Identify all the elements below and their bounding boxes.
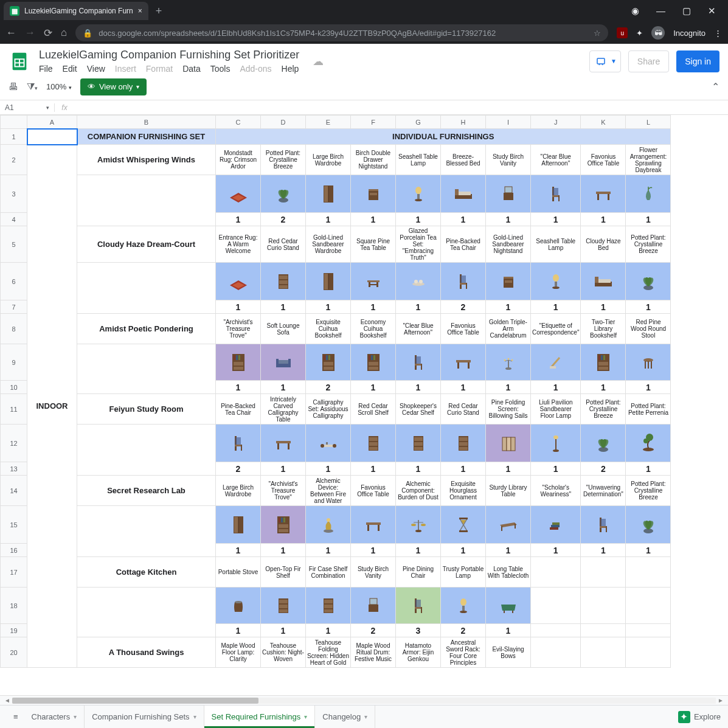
quantity-cell[interactable]: 1	[261, 381, 306, 394]
furnishing-thumbnail[interactable]	[626, 344, 671, 381]
column-header[interactable]: G	[396, 116, 441, 129]
row-header[interactable]: 6	[1, 263, 27, 300]
item-name-cell[interactable]: Sturdy Library Table	[486, 476, 531, 506]
chrome-account-icon[interactable]: ◉	[631, 5, 639, 16]
column-header[interactable]: E	[306, 116, 351, 129]
item-name-cell[interactable]: Shopkeeper's Cedar Shelf	[396, 394, 441, 425]
item-name-cell[interactable]: Seashell Table Lamp	[531, 226, 581, 263]
quantity-cell[interactable]: 1	[531, 213, 581, 226]
quantity-cell[interactable]: 1	[626, 381, 671, 394]
furnishing-thumbnail[interactable]	[306, 175, 351, 213]
item-name-cell[interactable]: Intricately Carved Calligraphy Table	[261, 394, 306, 425]
row-header[interactable]: 2	[1, 145, 27, 175]
quantity-cell[interactable]: 1	[351, 381, 396, 394]
quantity-cell[interactable]: 1	[581, 213, 626, 226]
room-preview[interactable]	[77, 344, 216, 394]
item-name-cell[interactable]: Hatamoto Armor: Eijin Genkou	[396, 637, 441, 668]
item-name-cell[interactable]: Alchemic Device: Between Fire and Water	[306, 476, 351, 506]
quantity-cell[interactable]: 1	[261, 462, 306, 476]
set-name-cell[interactable]: Feiyun Study Room	[77, 394, 216, 425]
furnishing-thumbnail[interactable]	[486, 506, 531, 544]
window-maximize-icon[interactable]: ▢	[682, 5, 691, 16]
quantity-cell[interactable]: 1	[486, 544, 531, 557]
item-name-cell[interactable]: "Unwavering Determination"	[581, 476, 626, 506]
cell[interactable]	[27, 129, 77, 145]
name-box[interactable]: A1 ▾	[0, 103, 55, 112]
row-header[interactable]: 16	[1, 544, 27, 557]
quantity-cell[interactable]: 1	[351, 300, 396, 314]
row-header[interactable]: 1	[1, 129, 27, 145]
item-name-cell[interactable]: Flower Arrangement: Sprawling Daybreak	[626, 145, 671, 175]
quantity-cell[interactable]: 1	[626, 462, 671, 476]
item-name-cell[interactable]: Open-Top Fir Shelf	[261, 557, 306, 588]
furnishing-thumbnail[interactable]	[261, 506, 306, 544]
collapse-toolbar-icon[interactable]: ⌃	[712, 81, 719, 92]
zoom-level[interactable]: 100% ▾	[46, 82, 72, 91]
quantity-cell[interactable]: 1	[216, 544, 261, 557]
room-preview[interactable]	[77, 175, 216, 226]
item-name-cell[interactable]: Maple Wood Floor Lamp: Clarity	[216, 637, 261, 668]
item-name-cell[interactable]: Birch Double Drawer Nightstand	[351, 145, 396, 175]
furnishing-thumbnail[interactable]	[441, 344, 486, 381]
item-name-cell[interactable]	[531, 557, 581, 588]
row-header[interactable]: 10	[1, 381, 27, 394]
item-name-cell[interactable]: Potted Plant: Crystalline Breeze	[581, 394, 626, 425]
furnishing-thumbnail[interactable]	[351, 344, 396, 381]
item-name-cell[interactable]: Golden Triple-Arm Candelabrum	[486, 314, 531, 344]
column-header[interactable]: C	[216, 116, 261, 129]
item-name-cell[interactable]: Maple Wood Ritual Drum: Festive Music	[351, 637, 396, 668]
furnishing-thumbnail[interactable]	[216, 344, 261, 381]
furnishing-thumbnail[interactable]	[626, 175, 671, 213]
print-icon[interactable]: 🖶	[9, 81, 18, 92]
item-name-cell[interactable]	[531, 637, 581, 668]
item-name-cell[interactable]: "Archivist's Treasure Trove"	[261, 476, 306, 506]
item-name-cell[interactable]: Glazed Porcelain Tea Set: "Embracing Tru…	[396, 226, 441, 263]
item-name-cell[interactable]: "Archivist's Treasure Trove"	[216, 314, 261, 344]
column-header[interactable]: B	[77, 116, 216, 129]
furnishing-thumbnail[interactable]	[261, 175, 306, 213]
row-header[interactable]: 4	[1, 213, 27, 226]
item-name-cell[interactable]: Large Birch Wardrobe	[306, 145, 351, 175]
column-header[interactable]: A	[27, 116, 77, 129]
furnishing-thumbnail[interactable]	[581, 588, 626, 624]
row-header[interactable]: 9	[1, 344, 27, 381]
extensions-icon[interactable]: ✦	[636, 29, 643, 38]
item-name-cell[interactable]: Large Birch Wardrobe	[216, 476, 261, 506]
item-name-cell[interactable]: Calligraphy Set: Assiduous Calligraphy	[306, 394, 351, 425]
menu-view[interactable]: View	[87, 64, 105, 74]
menu-file[interactable]: File	[39, 64, 53, 74]
furnishing-thumbnail[interactable]	[486, 425, 531, 462]
quantity-cell[interactable]: 1	[486, 300, 531, 314]
menu-data[interactable]: Data	[182, 64, 201, 74]
item-name-cell[interactable]: Square Pine Tea Table	[351, 226, 396, 263]
item-name-cell[interactable]: Alchemic Component: Burden of Dust	[396, 476, 441, 506]
ublock-icon[interactable]: u	[617, 27, 628, 38]
furnishing-thumbnail[interactable]	[396, 263, 441, 300]
furnishing-thumbnail[interactable]	[441, 263, 486, 300]
item-name-cell[interactable]: Long Table With Tablecloth	[486, 557, 531, 588]
column-header[interactable]: K	[581, 116, 626, 129]
furnishing-thumbnail[interactable]	[626, 425, 671, 462]
item-name-cell[interactable]: Study Birch Vanity	[351, 557, 396, 588]
quantity-cell[interactable]: 1	[351, 462, 396, 476]
menu-tools[interactable]: Tools	[210, 64, 231, 74]
quantity-cell[interactable]: 2	[441, 624, 486, 637]
furnishing-thumbnail[interactable]	[581, 344, 626, 381]
item-name-cell[interactable]: Potted Plant: Petite Perrenia	[626, 394, 671, 425]
item-name-cell[interactable]: Potted Plant: Crystalline Breeze	[261, 145, 306, 175]
menu-help[interactable]: Help	[282, 64, 299, 74]
item-name-cell[interactable]: "Etiquette of Correspondence"	[531, 314, 581, 344]
furnishing-thumbnail[interactable]	[396, 344, 441, 381]
quantity-cell[interactable]: 1	[306, 300, 351, 314]
furnishing-thumbnail[interactable]	[261, 425, 306, 462]
column-header[interactable]: L	[626, 116, 671, 129]
new-tab-button[interactable]: +	[152, 5, 166, 18]
furnishing-thumbnail[interactable]	[261, 263, 306, 300]
furnishing-thumbnail[interactable]	[306, 506, 351, 544]
row-header[interactable]: 19	[1, 624, 27, 637]
quantity-cell[interactable]: 1	[441, 213, 486, 226]
item-name-cell[interactable]: Teahouse Folding Screen: Hidden Heart of…	[306, 637, 351, 668]
furnishing-thumbnail[interactable]	[216, 175, 261, 213]
nav-reload-icon[interactable]: ⟳	[44, 27, 52, 40]
item-name-cell[interactable]: Exquisite Hourglass Ornament	[441, 476, 486, 506]
